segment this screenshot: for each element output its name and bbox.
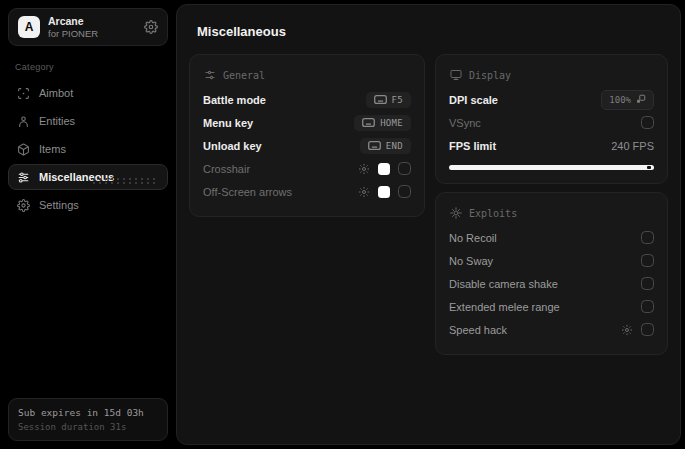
sidebar-item-label: Aimbot <box>39 87 73 99</box>
subscription-status-card: Sub expires in 15d 03h Session duration … <box>8 398 168 441</box>
sliders-icon <box>204 69 216 81</box>
crosshair-label: Crosshair <box>203 163 250 175</box>
sidebar-nav: Aimbot Entities Items Miscellaneous <box>8 80 168 218</box>
menu-key-row: Menu key HOME <box>203 111 411 134</box>
dpi-scale-row: DPI scale 100% <box>449 88 654 111</box>
no-sway-label: No Sway <box>449 255 493 267</box>
exploits-card-title: Exploits <box>469 208 517 219</box>
offscreen-options-gear-icon[interactable] <box>358 186 370 198</box>
settings-gear-icon[interactable] <box>144 20 158 34</box>
exploits-card: Exploits No Recoil No Sway Disable camer… <box>435 192 668 355</box>
vsync-label: VSync <box>449 117 481 129</box>
sidebar-item-label: Settings <box>39 199 79 211</box>
display-card: Display DPI scale 100% VSync <box>435 54 668 184</box>
dpi-scale-value: 100% <box>609 95 631 105</box>
no-sway-row: No Sway <box>449 249 654 272</box>
keybind-value: HOME <box>380 118 403 128</box>
unload-key-row: Unload key END <box>203 134 411 157</box>
extended-melee-range-row: Extended melee range <box>449 295 654 318</box>
sub-expiry-text: Sub expires in 15d 03h <box>18 407 158 418</box>
app-name: Arcane <box>48 15 98 28</box>
battle-mode-row: Battle mode F5 <box>203 88 411 111</box>
speed-hack-checkbox[interactable] <box>641 323 654 336</box>
sidebar-item-label: Entities <box>39 115 75 127</box>
sidebar-item-settings[interactable]: Settings <box>8 192 168 218</box>
offscreen-checkbox[interactable] <box>398 185 411 198</box>
keyboard-icon <box>362 118 375 127</box>
no-recoil-label: No Recoil <box>449 232 497 244</box>
app-header-card: A Arcane for PIONER <box>8 8 168 46</box>
offscreen-color-swatch[interactable] <box>378 186 390 198</box>
display-card-title: Display <box>469 70 511 81</box>
monitor-icon <box>450 69 462 81</box>
offscreen-arrows-label: Off-Screen arrows <box>203 186 292 198</box>
dpi-scale-label: DPI scale <box>449 94 498 106</box>
fps-limit-slider[interactable] <box>449 165 654 170</box>
general-card: General Battle mode F5 Menu key <box>189 54 425 217</box>
general-card-title: General <box>223 70 265 81</box>
sidebar-item-items[interactable]: Items <box>8 136 168 162</box>
unload-key-label: Unload key <box>203 140 262 152</box>
sidebar-item-entities[interactable]: Entities <box>8 108 168 134</box>
general-card-header: General <box>204 69 411 81</box>
main-panel: Miscellaneous General Battle mode <box>176 4 681 445</box>
page-title: Miscellaneous <box>197 24 668 39</box>
extended-melee-range-checkbox[interactable] <box>641 300 654 313</box>
app-logo: A <box>18 16 40 38</box>
app-subtitle: for PIONER <box>48 28 98 39</box>
disable-camera-shake-checkbox[interactable] <box>641 277 654 290</box>
dotted-texture <box>91 177 157 186</box>
speed-hack-options-gear-icon[interactable] <box>621 324 633 336</box>
vsync-checkbox[interactable] <box>641 116 654 129</box>
no-sway-checkbox[interactable] <box>641 254 654 267</box>
crosshair-row: Crosshair <box>203 157 411 180</box>
keyboard-icon <box>368 141 381 150</box>
sidebar-item-label: Items <box>39 143 66 155</box>
battle-mode-keybind[interactable]: F5 <box>366 92 411 108</box>
crosshair-options-gear-icon[interactable] <box>358 163 370 175</box>
crosshair-color-swatch[interactable] <box>378 163 390 175</box>
scan-icon <box>17 87 30 100</box>
menu-key-label: Menu key <box>203 117 253 129</box>
sidebar: A Arcane for PIONER Category Aimbot <box>4 4 172 445</box>
keyboard-icon <box>374 95 387 104</box>
sidebar-item-miscellaneous[interactable]: Miscellaneous <box>8 164 168 190</box>
no-recoil-checkbox[interactable] <box>641 231 654 244</box>
no-recoil-row: No Recoil <box>449 226 654 249</box>
gear-icon <box>17 199 30 212</box>
sliders-icon <box>17 171 30 184</box>
display-card-header: Display <box>450 69 654 81</box>
person-icon <box>17 115 30 128</box>
menu-key-keybind[interactable]: HOME <box>354 115 411 131</box>
dpi-scale-selector[interactable]: 100% <box>601 90 654 110</box>
extended-melee-range-label: Extended melee range <box>449 301 560 313</box>
app-title-block: Arcane for PIONER <box>48 15 98 40</box>
unload-key-keybind[interactable]: END <box>360 138 411 154</box>
app-window: A Arcane for PIONER Category Aimbot <box>0 0 685 449</box>
disable-camera-shake-row: Disable camera shake <box>449 272 654 295</box>
category-label: Category <box>15 62 168 72</box>
session-duration-text: Session duration 31s <box>18 422 158 432</box>
disable-camera-shake-label: Disable camera shake <box>449 278 558 290</box>
battle-mode-label: Battle mode <box>203 94 266 106</box>
exploits-icon <box>450 207 462 219</box>
sidebar-item-aimbot[interactable]: Aimbot <box>8 80 168 106</box>
fps-limit-value: 240 FPS <box>611 140 654 152</box>
speed-hack-row: Speed hack <box>449 318 654 341</box>
exploits-card-header: Exploits <box>450 207 654 219</box>
box-icon <box>17 143 30 156</box>
keybind-value: F5 <box>392 95 403 105</box>
fps-limit-row: FPS limit 240 FPS <box>449 134 654 157</box>
slider-knob[interactable] <box>647 166 651 169</box>
crosshair-checkbox[interactable] <box>398 162 411 175</box>
keybind-value: END <box>386 141 403 151</box>
scale-icon <box>636 94 646 106</box>
speed-hack-label: Speed hack <box>449 324 507 336</box>
vsync-row: VSync <box>449 111 654 134</box>
offscreen-arrows-row: Off-Screen arrows <box>203 180 411 203</box>
fps-limit-label: FPS limit <box>449 140 496 152</box>
